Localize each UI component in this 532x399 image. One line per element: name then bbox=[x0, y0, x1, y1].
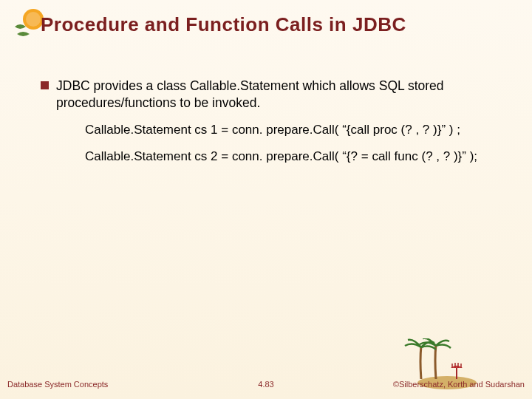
square-bullet-icon bbox=[41, 81, 49, 89]
bullet-text: JDBC provides a class Callable.Statement… bbox=[56, 78, 502, 112]
svg-point-1 bbox=[26, 12, 41, 27]
footer-page-number: 4.83 bbox=[258, 380, 273, 389]
slide: Procedure and Function Calls in JDBC JDB… bbox=[0, 0, 532, 399]
bullet-item: JDBC provides a class Callable.Statement… bbox=[41, 78, 502, 112]
code-line-1: Callable.Statement cs 1 = conn. prepare.… bbox=[85, 122, 502, 139]
footer-copyright: ©Silberschatz, Korth and Sudarshan bbox=[393, 380, 525, 389]
footer: Database System Concepts 4.83 ©Silbersch… bbox=[0, 377, 532, 392]
slide-title: Procedure and Function Calls in JDBC bbox=[41, 13, 406, 36]
content-area: JDBC provides a class Callable.Statement… bbox=[41, 78, 502, 166]
footer-left: Database System Concepts bbox=[7, 380, 108, 389]
code-line-2: Callable.Statement cs 2 = conn. prepare.… bbox=[85, 149, 502, 166]
